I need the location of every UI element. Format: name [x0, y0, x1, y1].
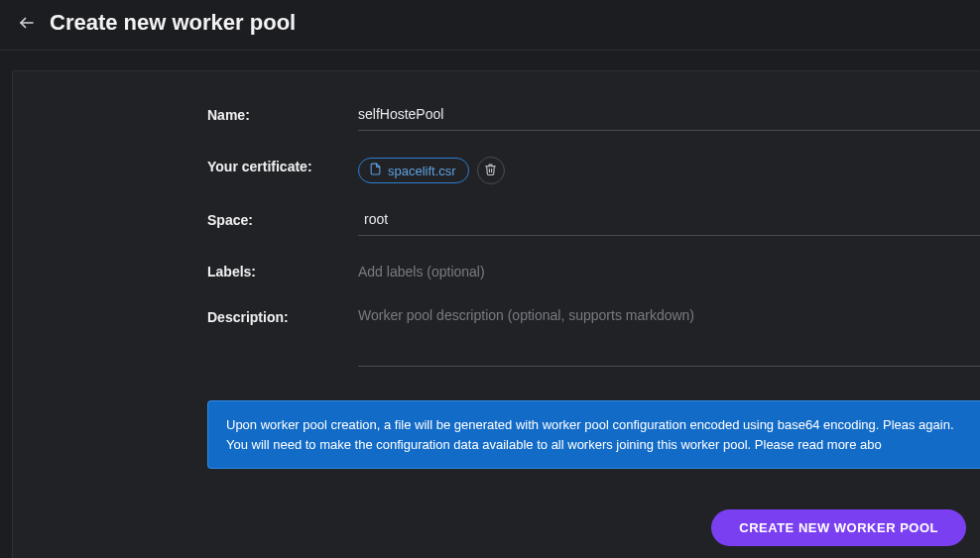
- description-input[interactable]: [358, 307, 980, 367]
- info-banner: Upon worker pool creation, a file will b…: [207, 400, 980, 469]
- form-panel: Name: Your certificate: spaceli: [12, 70, 980, 558]
- page-header: Create new worker pool: [0, 0, 980, 51]
- name-label: Name:: [207, 105, 358, 123]
- certificate-filename: spacelift.csr: [388, 164, 456, 178]
- space-row: Space:: [207, 210, 980, 236]
- description-label: Description:: [207, 307, 358, 325]
- labels-input[interactable]: Add labels (optional): [358, 262, 980, 281]
- page-title: Create new worker pool: [50, 10, 296, 36]
- certificate-row: Your certificate: spacelift.csr: [207, 157, 980, 184]
- labels-row: Labels: Add labels (optional): [207, 262, 980, 281]
- delete-certificate-button[interactable]: [477, 157, 505, 184]
- name-row: Name:: [207, 105, 980, 131]
- back-arrow-icon[interactable]: [18, 14, 36, 32]
- submit-row: CREATE NEW WORKER POOL: [13, 509, 980, 546]
- name-input[interactable]: [358, 106, 980, 131]
- create-worker-pool-button[interactable]: CREATE NEW WORKER POOL: [711, 509, 966, 546]
- trash-icon: [484, 163, 497, 179]
- certificate-chip[interactable]: spacelift.csr: [358, 158, 469, 183]
- labels-field-label: Labels:: [207, 262, 358, 279]
- certificate-label: Your certificate:: [207, 157, 358, 174]
- file-icon: [369, 163, 382, 178]
- space-input[interactable]: [358, 211, 980, 236]
- space-label: Space:: [207, 210, 358, 228]
- description-row: Description:: [207, 307, 980, 371]
